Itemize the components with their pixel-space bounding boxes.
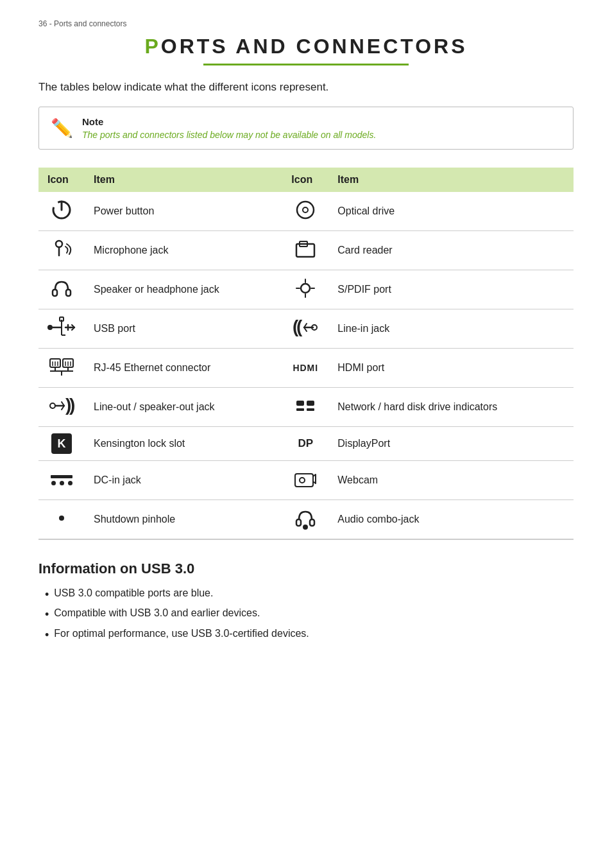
table-row: Speaker or headphone jack S/PDIF port	[38, 270, 574, 309]
note-title: Note	[82, 116, 376, 127]
item-shutdown-pinhole: Shutdown pinhole	[85, 500, 282, 540]
dcin-visual	[47, 475, 76, 485]
svg-point-2	[297, 202, 314, 218]
svg-rect-18	[60, 317, 64, 321]
page-title: PORTS AND CONNECTORS	[38, 35, 574, 58]
icon-dcin	[38, 461, 85, 500]
note-icon: ✏️	[51, 117, 73, 139]
svg-rect-8	[53, 290, 57, 296]
table-row: ) ) Line-out / speaker-out jack Network …	[38, 388, 574, 427]
icon-networkhdd	[282, 388, 328, 427]
svg-rect-46	[296, 401, 304, 406]
icon-shutdown	[38, 500, 85, 540]
icon-power	[38, 192, 85, 231]
icon-linein: ( (	[282, 309, 328, 349]
header-item-right: Item	[328, 168, 574, 192]
svg-rect-54	[310, 519, 314, 526]
subtitle: The tables below indicate what the diffe…	[38, 81, 574, 94]
item-kensington: Kensington lock slot	[85, 427, 282, 461]
icon-kensington: K	[38, 427, 85, 461]
usb-section-title: Information on USB 3.0	[38, 560, 574, 577]
table-row: K Kensington lock slot DP DisplayPort	[38, 427, 574, 461]
table-row: DC-in jack Webcam	[38, 461, 574, 500]
svg-point-15	[47, 325, 53, 330]
item-power-button: Power button	[85, 192, 282, 231]
icon-table: Icon Item Icon Item Power button	[38, 168, 574, 540]
list-item: Compatible with USB 3.0 and earlier devi…	[45, 607, 574, 622]
item-speaker-headphone-jack: Speaker or headphone jack	[85, 270, 282, 309]
item-audio-combo-jack: Audio combo-jack	[328, 500, 574, 540]
usb-list: USB 3.0 compatible ports are blue. Compa…	[38, 587, 574, 643]
icon-combo-jack	[282, 500, 328, 540]
icon-hdmi: HDMI	[282, 349, 328, 388]
svg-rect-9	[66, 290, 71, 296]
svg-rect-49	[307, 408, 314, 411]
table-row: Power button Optical drive	[38, 192, 574, 231]
svg-rect-47	[307, 401, 314, 406]
list-item: For optimal performance, use USB 3.0-cer…	[45, 628, 574, 643]
table-row: Shutdown pinhole Audio combo-jack	[38, 500, 574, 540]
svg-point-10	[301, 284, 310, 293]
icon-webcam	[282, 461, 328, 500]
item-microphone-jack: Microphone jack	[85, 231, 282, 270]
svg-rect-53	[296, 519, 301, 526]
item-network-hdd: Network / hard disk drive indicators	[328, 388, 574, 427]
dp-text: DP	[298, 437, 313, 449]
item-webcam: Webcam	[328, 461, 574, 500]
item-usb-port: USB port	[85, 309, 282, 349]
item-optical-drive: Optical drive	[328, 192, 574, 231]
item-spdif-port: S/PDIF port	[328, 270, 574, 309]
icon-optical	[282, 192, 328, 231]
kensington-label: K	[51, 433, 72, 454]
item-card-reader: Card reader	[328, 231, 574, 270]
title-underline	[203, 64, 409, 65]
item-displayport: DisplayPort	[328, 427, 574, 461]
icon-dp: DP	[282, 427, 328, 461]
svg-point-4	[56, 241, 62, 247]
svg-point-52	[59, 516, 64, 521]
icon-headphone	[38, 270, 85, 309]
header-icon-right: Icon	[282, 168, 328, 192]
table-row: USB port ( ( Line-in jack	[38, 309, 574, 349]
usb-bullet-1: USB 3.0 compatible ports are blue.	[54, 587, 213, 599]
svg-text:): )	[69, 395, 75, 415]
table-row: RJ-45 Ethernet connector HDMI HDMI port	[38, 349, 574, 388]
svg-point-51	[300, 478, 305, 483]
list-item: USB 3.0 compatible ports are blue.	[45, 587, 574, 602]
svg-text:(: (	[296, 317, 303, 336]
title-first-letter: P	[144, 35, 160, 58]
note-text: The ports and connectors listed below ma…	[82, 130, 376, 140]
item-linein-jack: Line-in jack	[328, 309, 574, 349]
table-row: Microphone jack Card reader	[38, 231, 574, 270]
icon-usb	[38, 309, 85, 349]
icon-lineout: ) )	[38, 388, 85, 427]
usb-bullet-2: Compatible with USB 3.0 and earlier devi…	[54, 607, 260, 619]
icon-spdif	[282, 270, 328, 309]
usb-section: Information on USB 3.0 USB 3.0 compatibl…	[38, 560, 574, 643]
header-item-left: Item	[85, 168, 282, 192]
icon-card-reader	[282, 231, 328, 270]
note-content: Note The ports and connectors listed bel…	[82, 116, 376, 140]
svg-point-3	[303, 207, 308, 213]
item-lineout-jack: Line-out / speaker-out jack	[85, 388, 282, 427]
note-box: ✏️ Note The ports and connectors listed …	[38, 107, 574, 150]
icon-microphone	[38, 231, 85, 270]
item-rj45: RJ-45 Ethernet connector	[85, 349, 282, 388]
svg-rect-48	[296, 408, 304, 411]
header-icon-left: Icon	[38, 168, 85, 192]
page-label: 36 - Ports and connectors	[38, 19, 574, 28]
icon-rj45	[38, 349, 85, 388]
item-dcin-jack: DC-in jack	[85, 461, 282, 500]
title-rest: ORTS AND CONNECTORS	[161, 35, 468, 58]
item-hdmi-port: HDMI port	[328, 349, 574, 388]
table-header-row: Icon Item Icon Item	[38, 168, 574, 192]
usb-bullet-3: For optimal performance, use USB 3.0-cer…	[54, 628, 309, 639]
hdmi-text: HDMI	[293, 363, 318, 373]
